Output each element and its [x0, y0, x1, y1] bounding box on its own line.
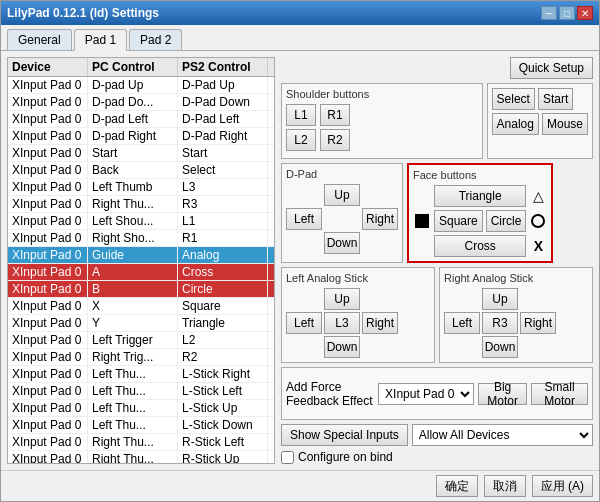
window-title: LilyPad 0.12.1 (ld) Settings [7, 6, 159, 20]
top-row: Quick Setup [281, 57, 593, 79]
maximize-button[interactable]: □ [559, 6, 575, 20]
square-button[interactable]: Square [434, 210, 483, 232]
analog-row: Left Analog Stick Up Left L3 Right Down [281, 267, 593, 363]
table-body[interactable]: XInput Pad 0D-pad UpD-Pad UpXInput Pad 0… [8, 77, 274, 463]
cell-pc: Right Sho... [88, 230, 178, 246]
show-special-button[interactable]: Show Special Inputs [281, 424, 408, 446]
cell-device: XInput Pad 0 [8, 298, 88, 314]
cancel-button[interactable]: 取消 [484, 475, 526, 497]
configure-bind-checkbox[interactable] [281, 451, 294, 464]
cell-ps2: Circle [178, 281, 268, 297]
left-analog-title: Left Analog Stick [286, 272, 430, 284]
quick-setup-button[interactable]: Quick Setup [510, 57, 593, 79]
cell-pc: Left Thu... [88, 366, 178, 382]
device-table: Device PC Control PS2 Control XInput Pad… [7, 57, 275, 464]
cross-button[interactable]: Cross [434, 235, 526, 257]
r-up-button[interactable]: Up [482, 288, 518, 310]
face-section: Face buttons Triangle △ Square Circle [407, 163, 553, 263]
mouse-button[interactable]: Mouse [542, 113, 588, 135]
l-up-button[interactable]: Up [324, 288, 360, 310]
r-right-button[interactable]: Right [520, 312, 556, 334]
r3-button[interactable]: R3 [482, 312, 518, 334]
close-button[interactable]: ✕ [577, 6, 593, 20]
force-device-select[interactable]: XInput Pad 0 [378, 383, 474, 405]
circle-icon [529, 212, 547, 230]
l3-button[interactable]: L3 [324, 312, 360, 334]
minimize-button[interactable]: ─ [541, 6, 557, 20]
dpad-up-button[interactable]: Up [324, 184, 360, 206]
table-row[interactable]: XInput Pad 0BackSelect [8, 162, 274, 179]
cell-device: XInput Pad 0 [8, 213, 88, 229]
shoulder-title: Shoulder buttons [286, 88, 478, 100]
table-row[interactable]: XInput Pad 0D-pad RightD-Pad Right [8, 128, 274, 145]
r1-button[interactable]: R1 [320, 104, 350, 126]
cell-device: XInput Pad 0 [8, 162, 88, 178]
dpad-left-button[interactable]: Left [286, 208, 322, 230]
table-row[interactable]: XInput Pad 0Left Thu...L-Stick Down [8, 417, 274, 434]
table-row[interactable]: XInput Pad 0Right Thu...R-Stick Left [8, 434, 274, 451]
cell-pc: Back [88, 162, 178, 178]
cell-pc: Right Thu... [88, 451, 178, 463]
ok-button[interactable]: 确定 [436, 475, 478, 497]
table-row[interactable]: XInput Pad 0YTriangle [8, 315, 274, 332]
table-row[interactable]: XInput Pad 0D-pad UpD-Pad Up [8, 77, 274, 94]
shoulder-row-top: L1 R1 [286, 104, 478, 126]
table-row[interactable]: XInput Pad 0Left Thu...L-Stick Right [8, 366, 274, 383]
table-row[interactable]: XInput Pad 0Left Shou...L1 [8, 213, 274, 230]
l1-button[interactable]: L1 [286, 104, 316, 126]
table-row[interactable]: XInput Pad 0Left TriggerL2 [8, 332, 274, 349]
table-row[interactable]: XInput Pad 0ACross [8, 264, 274, 281]
configure-bind-label: Configure on bind [298, 450, 393, 464]
right-panel: Quick Setup Shoulder buttons L1 R1 L2 R2 [281, 57, 593, 464]
tab-general[interactable]: General [7, 29, 72, 50]
title-bar: LilyPad 0.12.1 (ld) Settings ─ □ ✕ [1, 1, 599, 25]
r2-button[interactable]: R2 [320, 129, 350, 151]
tab-pad2[interactable]: Pad 2 [129, 29, 182, 50]
analog-mouse-row: Analog Mouse [492, 113, 588, 135]
select-button[interactable]: Select [492, 88, 535, 110]
content-area: Device PC Control PS2 Control XInput Pad… [1, 51, 599, 470]
col-ps2-header: PS2 Control [178, 58, 268, 76]
allow-devices-select[interactable]: Allow All Devices [412, 424, 593, 446]
big-motor-button[interactable]: Big Motor [478, 383, 527, 405]
r-down-button[interactable]: Down [482, 336, 518, 358]
table-row[interactable]: XInput Pad 0Left Thu...L-Stick Left [8, 383, 274, 400]
right-analog-grid: Up Left R3 Right Down [444, 288, 588, 358]
l-left-button[interactable]: Left [286, 312, 322, 334]
table-row[interactable]: XInput Pad 0D-pad Do...D-Pad Down [8, 94, 274, 111]
cell-ps2: D-Pad Left [178, 111, 268, 127]
l-down-button[interactable]: Down [324, 336, 360, 358]
apply-button[interactable]: 应用 (A) [532, 475, 593, 497]
table-row[interactable]: XInput Pad 0Right Thu...R-Stick Up [8, 451, 274, 463]
l2-button[interactable]: L2 [286, 129, 316, 151]
table-row[interactable]: XInput Pad 0BCircle [8, 281, 274, 298]
cell-ps2: Triangle [178, 315, 268, 331]
right-analog-section: Right Analog Stick Up Left R3 Right Down [439, 267, 593, 363]
dpad-down-button[interactable]: Down [324, 232, 360, 254]
table-row[interactable]: XInput Pad 0Right Sho...R1 [8, 230, 274, 247]
r-left-button[interactable]: Left [444, 312, 480, 334]
cell-device: XInput Pad 0 [8, 128, 88, 144]
table-row[interactable]: XInput Pad 0StartStart [8, 145, 274, 162]
l-right-button[interactable]: Right [362, 312, 398, 334]
dpad-grid: Up Left Right Down [286, 184, 398, 254]
table-row[interactable]: XInput Pad 0Left Thu...L-Stick Up [8, 400, 274, 417]
table-row[interactable]: XInput Pad 0Right Trig...R2 [8, 349, 274, 366]
tab-pad1[interactable]: Pad 1 [74, 29, 127, 51]
dpad-right-button[interactable]: Right [362, 208, 398, 230]
cell-ps2: R1 [178, 230, 268, 246]
triangle-button[interactable]: Triangle [434, 185, 526, 207]
start-button[interactable]: Start [538, 88, 573, 110]
dpad-face-row: D-Pad Up Left Right Down Face buttons [281, 163, 593, 263]
analog-button[interactable]: Analog [492, 113, 539, 135]
table-row[interactable]: XInput Pad 0XSquare [8, 298, 274, 315]
configure-bind-row: Configure on bind [281, 450, 393, 464]
special-allow-row: Show Special Inputs Allow All Devices Co… [281, 424, 593, 464]
table-row[interactable]: XInput Pad 0Left ThumbL3 [8, 179, 274, 196]
circle-button[interactable]: Circle [486, 210, 527, 232]
table-row[interactable]: XInput Pad 0GuideAnalog [8, 247, 274, 264]
small-motor-button[interactable]: Small Motor [531, 383, 588, 405]
table-row[interactable]: XInput Pad 0D-pad LeftD-Pad Left [8, 111, 274, 128]
cell-device: XInput Pad 0 [8, 366, 88, 382]
table-row[interactable]: XInput Pad 0Right Thu...R3 [8, 196, 274, 213]
